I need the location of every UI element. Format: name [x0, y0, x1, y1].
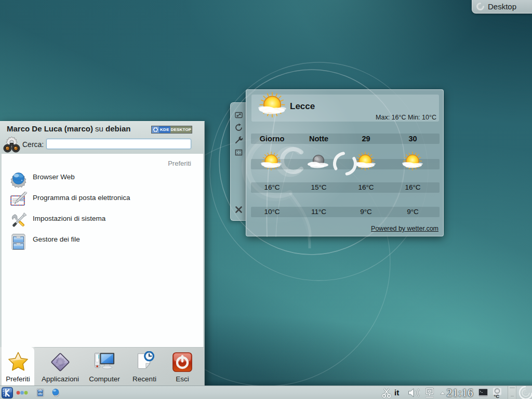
svg-text:°C: °C — [494, 393, 500, 398]
